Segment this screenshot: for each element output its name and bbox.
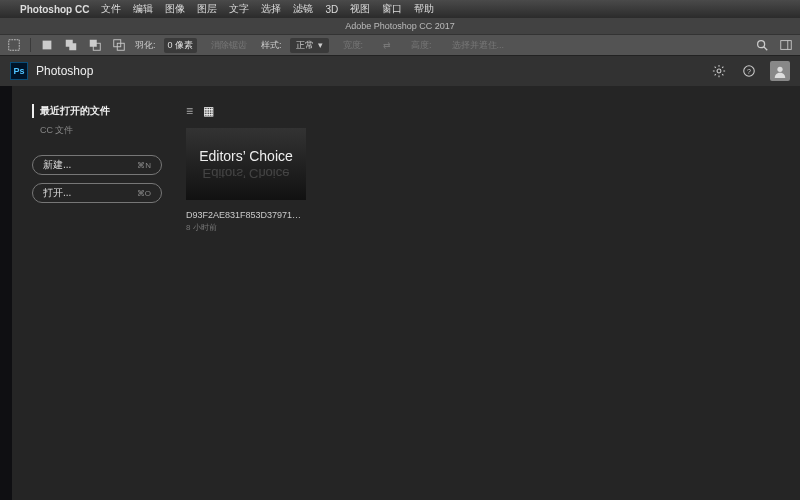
separator [30, 38, 31, 52]
thumbnail-reflection: Editors’ Choice [203, 166, 290, 181]
help-icon[interactable]: ? [740, 62, 758, 80]
svg-point-12 [717, 69, 721, 73]
recent-file-thumbnail[interactable]: Editors’ Choice Editors’ Choice [186, 128, 306, 200]
open-shortcut: ⌘O [137, 189, 151, 198]
tool-preset-icon[interactable] [6, 37, 22, 53]
feather-label: 羽化: [135, 39, 156, 52]
style-label: 样式: [261, 39, 282, 52]
list-view-icon[interactable]: ≡ [186, 104, 193, 118]
svg-point-8 [758, 41, 765, 48]
feather-input[interactable]: 0 像素 [164, 38, 198, 53]
recent-section-title: 最近打开的文件 [32, 104, 162, 118]
menu-window[interactable]: 窗口 [382, 2, 402, 16]
open-button-label: 打开... [43, 186, 71, 200]
options-bar: 羽化: 0 像素 消除锯齿 样式: 正常▾ 宽度: ⇄ 高度: 选择并遮住... [0, 34, 800, 56]
recent-files-area: ≡ ▦ Editors’ Choice Editors’ Choice D93F… [186, 104, 780, 482]
new-button[interactable]: 新建... ⌘N [32, 155, 162, 175]
menu-edit[interactable]: 编辑 [133, 2, 153, 16]
swap-wh-icon: ⇄ [377, 40, 397, 50]
width-label: 宽度: [337, 39, 370, 52]
menu-layer[interactable]: 图层 [197, 2, 217, 16]
subtract-selection-icon[interactable] [87, 37, 103, 53]
photoshop-badge-icon: Ps [10, 62, 28, 80]
menu-help[interactable]: 帮助 [414, 2, 434, 16]
new-selection-icon[interactable] [39, 37, 55, 53]
settings-gear-icon[interactable] [710, 62, 728, 80]
recent-file-time: 8 小时前 [186, 222, 780, 233]
menu-type[interactable]: 文字 [229, 2, 249, 16]
recent-file-name: D93F2AE831F853D379713D5... [186, 210, 306, 220]
app-name-label: Photoshop [36, 64, 93, 78]
window-title: Adobe Photoshop CC 2017 [345, 21, 455, 31]
search-icon[interactable] [754, 37, 770, 53]
new-shortcut: ⌘N [137, 161, 151, 170]
app-menu[interactable]: Photoshop CC [20, 4, 89, 15]
menu-view[interactable]: 视图 [350, 2, 370, 16]
new-button-label: 新建... [43, 158, 71, 172]
cc-files-link[interactable]: CC 文件 [40, 124, 162, 137]
start-sidebar: 最近打开的文件 CC 文件 新建... ⌘N 打开... ⌘O [32, 104, 162, 482]
start-screen-header: Ps Photoshop ? [0, 56, 800, 86]
menu-file[interactable]: 文件 [101, 2, 121, 16]
thumbnail-text: Editors’ Choice [199, 148, 293, 164]
height-label: 高度: [405, 39, 438, 52]
menu-filter[interactable]: 滤镜 [293, 2, 313, 16]
svg-line-9 [764, 47, 768, 51]
account-avatar-icon[interactable] [770, 61, 790, 81]
svg-text:?: ? [747, 68, 751, 75]
select-and-mask-button: 选择并遮住... [446, 39, 511, 52]
intersect-selection-icon[interactable] [111, 37, 127, 53]
svg-point-15 [777, 67, 782, 72]
svg-rect-3 [69, 43, 76, 50]
add-selection-icon[interactable] [63, 37, 79, 53]
open-button[interactable]: 打开... ⌘O [32, 183, 162, 203]
antialias-checkbox: 消除锯齿 [205, 39, 253, 52]
chevron-down-icon: ▾ [318, 40, 323, 50]
start-screen-body: 最近打开的文件 CC 文件 新建... ⌘N 打开... ⌘O ≡ ▦ Edit… [0, 86, 800, 500]
svg-rect-1 [43, 41, 52, 50]
menu-select[interactable]: 选择 [261, 2, 281, 16]
menu-image[interactable]: 图像 [165, 2, 185, 16]
svg-rect-0 [9, 40, 20, 51]
svg-rect-10 [781, 41, 792, 50]
menu-3d[interactable]: 3D [325, 4, 338, 15]
macos-menubar: Photoshop CC 文件 编辑 图像 图层 文字 选择 滤镜 3D 视图 … [0, 0, 800, 18]
window-title-bar: Adobe Photoshop CC 2017 [0, 18, 800, 34]
window-left-edge [0, 86, 12, 500]
grid-view-icon[interactable]: ▦ [203, 104, 214, 118]
workspace-switcher-icon[interactable] [778, 37, 794, 53]
style-dropdown[interactable]: 正常▾ [290, 38, 329, 53]
